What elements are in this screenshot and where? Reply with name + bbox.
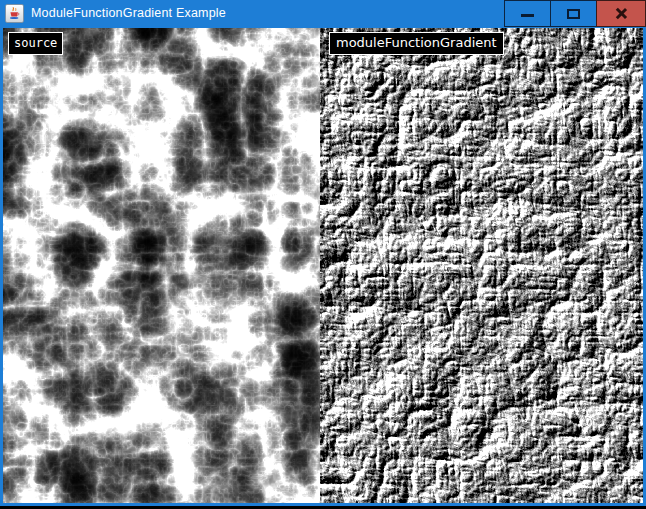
maximize-icon	[567, 9, 580, 19]
gradient-image-label: moduleFunctionGradient	[329, 32, 504, 55]
minimize-icon	[521, 14, 534, 17]
source-image-label: source	[8, 32, 63, 55]
gradient-image	[320, 28, 643, 503]
window-border-left	[0, 28, 3, 506]
titlebar[interactable]: ModuleFunctionGradient Example	[0, 0, 646, 28]
window-title: ModuleFunctionGradient Example	[31, 6, 226, 20]
minimize-button[interactable]	[504, 0, 551, 27]
window-controls	[505, 0, 646, 28]
app-window: ModuleFunctionGradient Example source mo…	[0, 0, 646, 509]
close-button[interactable]	[596, 0, 646, 27]
close-icon	[615, 7, 628, 20]
window-border-bottom	[0, 503, 646, 506]
maximize-button[interactable]	[550, 0, 597, 27]
java-coffee-cup-icon	[5, 4, 24, 23]
source-image	[3, 28, 320, 503]
